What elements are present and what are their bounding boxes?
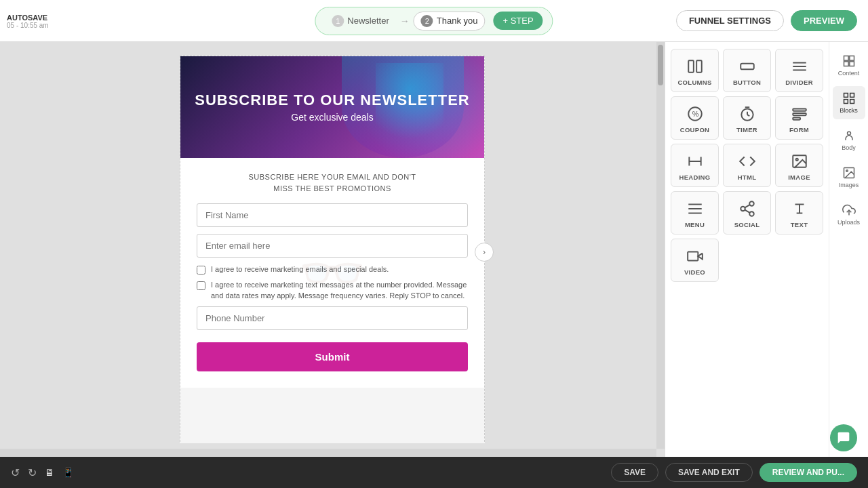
save-and-exit-button[interactable]: SAVE AND EXIT xyxy=(665,463,753,482)
main-layout: SUBSCRIBE TO OUR NEWSLETTER Get exclusiv… xyxy=(0,42,868,457)
chat-bubble[interactable] xyxy=(830,424,857,451)
form-icon xyxy=(791,105,808,123)
block-label-columns: COLUMNS xyxy=(677,79,711,86)
undo-icon[interactable]: ↺ xyxy=(11,466,20,479)
svg-point-42 xyxy=(846,170,848,172)
sidebar-label-body: Body xyxy=(842,144,856,151)
svg-rect-36 xyxy=(844,94,848,98)
video-icon xyxy=(686,247,704,265)
mobile-device-btn[interactable]: 📱 xyxy=(62,467,74,478)
form-header-line1: SUBSCRIBE HERE YOUR EMAIL AND DON'T xyxy=(249,173,416,181)
body-icon xyxy=(842,129,856,142)
funnel-settings-button[interactable]: FUNNEL SETTINGS xyxy=(676,10,784,31)
checkbox-row-1: I agree to receive marketing emails and … xyxy=(197,264,468,274)
divider-icon xyxy=(791,58,808,75)
svg-rect-32 xyxy=(844,56,848,61)
step-newsletter[interactable]: 1 Newsletter xyxy=(325,12,395,30)
hero-title: SUBSCRIBE TO OUR NEWSLETTER xyxy=(195,92,470,109)
button-icon xyxy=(738,58,756,75)
block-item-timer[interactable]: TIMER xyxy=(723,96,771,140)
sidebar-item-body[interactable]: Body xyxy=(833,123,865,157)
sidebar-nav: Content Blocks Body Images xyxy=(829,42,868,457)
block-item-form[interactable]: FORM xyxy=(775,96,823,140)
block-item-button[interactable]: BUTTON xyxy=(723,49,771,92)
autosave-label: AUTOSAVE xyxy=(7,13,49,21)
form-header-text: SUBSCRIBE HERE YOUR EMAIL AND DON'T MISS… xyxy=(197,171,468,194)
svg-point-23 xyxy=(749,201,754,206)
sidebar-label-blocks: Blocks xyxy=(840,107,858,114)
block-label-menu: MENU xyxy=(685,221,705,228)
step-label-newsletter: Newsletter xyxy=(347,16,389,26)
svg-point-40 xyxy=(847,131,850,135)
sidebar-item-blocks[interactable]: Blocks xyxy=(833,86,865,119)
svg-point-19 xyxy=(795,159,797,161)
block-label-button: BUTTON xyxy=(733,79,761,86)
review-and-publish-button[interactable]: REVIEW AND PU... xyxy=(760,463,857,482)
submit-button[interactable]: Submit xyxy=(197,342,468,371)
columns-icon xyxy=(686,58,704,75)
blocks-grid: COLUMNS BUTTON DIVIDER xyxy=(671,49,823,282)
add-step-button[interactable]: + STEP xyxy=(493,12,542,30)
redo-icon[interactable]: ↻ xyxy=(28,466,37,479)
coupon-icon: % xyxy=(686,105,704,123)
sidebar-label-uploads: Uploads xyxy=(837,219,860,226)
block-item-video[interactable]: VIDEO xyxy=(671,239,719,282)
block-item-coupon[interactable]: % COUPON xyxy=(671,96,719,140)
text-icon xyxy=(791,200,808,218)
svg-rect-12 xyxy=(793,108,806,110)
desktop-device-btn[interactable]: 🖥 xyxy=(45,467,54,478)
block-label-text: TEXT xyxy=(791,221,808,228)
block-item-image[interactable]: IMAGE xyxy=(775,144,823,187)
social-icon xyxy=(738,200,756,218)
block-item-divider[interactable]: DIVIDER xyxy=(775,49,823,92)
step-number-1: 1 xyxy=(332,15,344,27)
topbar: AUTOSAVE 05 - 10:55 am 1 Newsletter → 2 … xyxy=(0,0,868,42)
block-item-html[interactable]: HTML xyxy=(723,144,771,187)
checkbox-label-2: I agree to receive marketing text messag… xyxy=(211,280,468,301)
blocks-icon xyxy=(842,92,856,105)
svg-line-10 xyxy=(747,115,749,116)
block-item-social[interactable]: SOCIAL xyxy=(723,191,771,235)
svg-rect-2 xyxy=(741,64,754,70)
canvas-scroll[interactable]: SUBSCRIBE TO OUR NEWSLETTER Get exclusiv… xyxy=(0,56,665,443)
block-item-heading[interactable]: HEADING xyxy=(671,144,719,187)
sidebar-item-images[interactable]: Images xyxy=(833,161,865,194)
form-area: 👓 SUBSCRIBE HERE YOUR EMAIL AND DON'T MI… xyxy=(180,158,484,388)
block-item-text[interactable]: TEXT xyxy=(775,191,823,235)
svg-rect-39 xyxy=(850,100,854,104)
sidebar-item-uploads[interactable]: Uploads xyxy=(833,198,865,231)
block-item-menu[interactable]: MENU xyxy=(671,191,719,235)
block-label-form: FORM xyxy=(789,126,809,134)
phone-input[interactable] xyxy=(197,306,468,330)
preview-button[interactable]: PREVIEW xyxy=(791,10,857,31)
checkbox-label-1: I agree to receive marketing emails and … xyxy=(211,264,389,274)
canvas-scrollbar[interactable] xyxy=(656,42,665,449)
checkbox-row-2: I agree to receive marketing text messag… xyxy=(197,280,468,301)
email-input[interactable] xyxy=(197,234,468,258)
checkbox-marketing-email[interactable] xyxy=(197,266,205,274)
block-label-video: VIDEO xyxy=(684,268,705,276)
step-number-2: 2 xyxy=(421,15,433,27)
collapse-panel-arrow[interactable]: › xyxy=(475,243,494,262)
chat-icon xyxy=(837,431,850,445)
form-header-line2: MISS THE BEST PROMOTIONS xyxy=(273,184,391,192)
canvas-scrollbar-thumb xyxy=(658,45,663,85)
hero-subtitle: Get exclusive deals xyxy=(291,112,373,123)
step-thankyou[interactable]: 2 Thank you xyxy=(414,12,486,30)
bottom-bar: ↺ ↻ 🖥 📱 SAVE SAVE AND EXIT REVIEW AND PU… xyxy=(0,457,868,488)
heading-icon xyxy=(686,152,704,170)
step-arrow: → xyxy=(400,16,410,26)
canvas-area: SUBSCRIBE TO OUR NEWSLETTER Get exclusiv… xyxy=(0,42,665,457)
svg-rect-37 xyxy=(850,94,854,98)
block-label-social: SOCIAL xyxy=(734,221,760,228)
content-icon xyxy=(842,54,856,68)
checkbox-marketing-sms[interactable] xyxy=(197,281,205,290)
first-name-input[interactable] xyxy=(197,203,468,227)
bottom-right: SAVE SAVE AND EXIT REVIEW AND PU... xyxy=(611,463,857,482)
sidebar-item-content[interactable]: Content xyxy=(833,49,865,82)
canvas-hscroll[interactable] xyxy=(0,449,656,457)
menu-icon xyxy=(686,200,704,218)
block-item-columns[interactable]: COLUMNS xyxy=(671,49,719,92)
svg-rect-13 xyxy=(793,113,806,115)
save-button[interactable]: SAVE xyxy=(611,463,658,482)
